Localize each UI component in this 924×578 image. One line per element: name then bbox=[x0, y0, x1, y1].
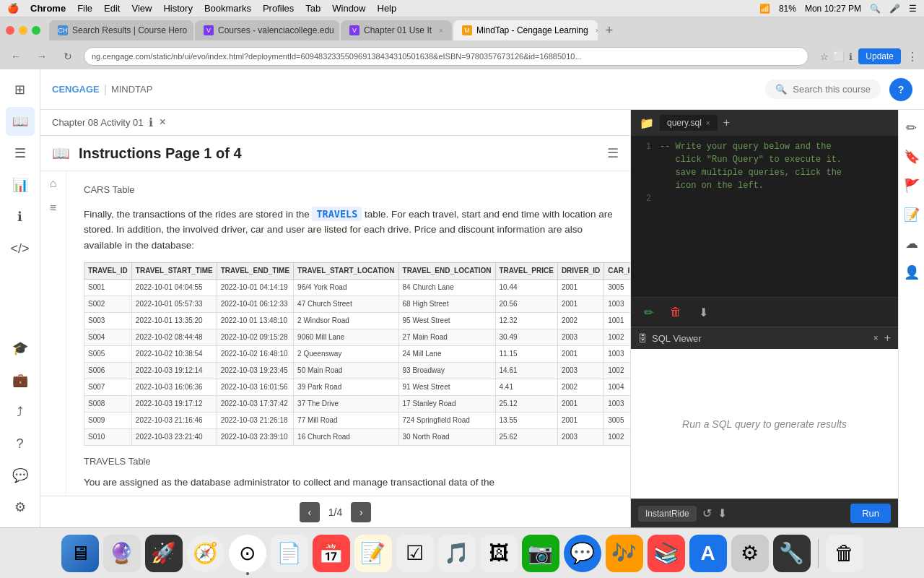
dock-messages[interactable]: 💬 bbox=[564, 535, 601, 572]
siri-icon[interactable]: 🎤 bbox=[889, 4, 900, 14]
menu-tab[interactable]: Tab bbox=[305, 3, 321, 14]
notes-icon[interactable]: 📝 bbox=[899, 202, 924, 227]
url-input[interactable]: ng.cengage.com/static/nb/ui/evo/index.ht… bbox=[84, 47, 808, 66]
instance-name: InstantRide bbox=[638, 506, 697, 522]
sql-tab-query[interactable]: query.sql × bbox=[660, 115, 718, 131]
apple-menu[interactable]: 🍎 bbox=[7, 3, 19, 14]
dock-itunes[interactable]: 🎶 bbox=[606, 535, 643, 572]
menu-window[interactable]: Window bbox=[332, 3, 365, 14]
search-input[interactable]: 🔍 Search this course bbox=[765, 79, 881, 99]
menu-view[interactable]: View bbox=[131, 3, 152, 14]
sidebar-item-help[interactable]: ? bbox=[6, 429, 35, 458]
browser-menu-icon[interactable]: ⋮ bbox=[907, 50, 918, 64]
sidebar-item-briefcase[interactable]: 💼 bbox=[6, 366, 35, 394]
dock-music[interactable]: 🎵 bbox=[438, 535, 476, 572]
table-cell: S007 bbox=[84, 379, 132, 395]
delete-query-button[interactable]: 🗑 bbox=[666, 302, 686, 322]
cloud-icon[interactable]: ☁ bbox=[901, 231, 923, 256]
search-icon[interactable]: 🔍 bbox=[870, 4, 881, 14]
dock-notes[interactable]: 📝 bbox=[354, 535, 392, 572]
dock-finder[interactable]: 🖥 bbox=[61, 535, 99, 572]
extension-icon[interactable]: ⬜ bbox=[833, 51, 845, 62]
close-panel-button[interactable]: × bbox=[159, 116, 165, 129]
sql-viewer-close[interactable]: × bbox=[873, 333, 879, 343]
minimize-window-btn[interactable] bbox=[19, 26, 27, 35]
sql-viewer-add[interactable]: + bbox=[884, 332, 891, 345]
sql-tab-close[interactable]: × bbox=[706, 119, 710, 127]
menu-edit[interactable]: Edit bbox=[104, 3, 120, 14]
person-icon[interactable]: 👤 bbox=[899, 260, 924, 285]
flag-icon[interactable]: 🚩 bbox=[899, 173, 924, 198]
menu-bookmarks[interactable]: Bookmarks bbox=[204, 3, 251, 14]
tab-chapter01[interactable]: V Chapter 01 Use It × bbox=[341, 20, 452, 40]
dock-appstore[interactable]: A bbox=[689, 535, 727, 572]
side-icon-home[interactable]: ⌂ bbox=[50, 177, 57, 190]
calendar-dock-icon: 📅 bbox=[318, 541, 344, 565]
close-window-btn[interactable] bbox=[6, 26, 14, 35]
sidebar-item-chat[interactable]: 💬 bbox=[6, 461, 35, 490]
sidebar-item-graduation[interactable]: 🎓 bbox=[6, 334, 35, 363]
dock-tasks[interactable]: ☑ bbox=[396, 535, 434, 572]
dock-settings[interactable]: ⚙ bbox=[731, 535, 769, 572]
dock-safari[interactable]: 🧭 bbox=[187, 535, 225, 572]
tab-close-mindtap[interactable]: × bbox=[596, 27, 598, 35]
update-button[interactable]: Update bbox=[858, 48, 901, 64]
sidebar-item-list[interactable]: ☰ bbox=[6, 139, 35, 168]
dock-trash[interactable]: 🗑 bbox=[826, 535, 863, 572]
back-button[interactable]: ← bbox=[6, 46, 26, 66]
tab-course-hero[interactable]: CH Search Results | Course Hero × bbox=[49, 20, 193, 40]
download-icon[interactable]: ⬇ bbox=[718, 506, 727, 520]
tab-close-chapter01[interactable]: × bbox=[439, 27, 443, 35]
bookmark-icon-right[interactable]: 🔖 bbox=[899, 144, 924, 169]
dock-chrome[interactable]: ⊙ bbox=[229, 535, 266, 572]
help-button[interactable]: ? bbox=[889, 78, 912, 101]
menu-history[interactable]: History bbox=[163, 3, 192, 14]
bookmark-icon[interactable]: ☆ bbox=[820, 51, 829, 62]
sidebar-item-book[interactable]: 📖 bbox=[6, 107, 35, 136]
tab-valencia[interactable]: V Courses - valenciacollege.edu × bbox=[195, 20, 339, 40]
menu-help[interactable]: Help bbox=[378, 3, 397, 14]
new-tab-button[interactable]: + bbox=[599, 20, 619, 40]
sidebar-item-share[interactable]: ⤴ bbox=[6, 397, 35, 426]
dock-devtools[interactable]: 🔧 bbox=[773, 535, 811, 572]
dock-books[interactable]: 📚 bbox=[648, 535, 685, 572]
book-icon: 📖 bbox=[52, 144, 70, 162]
tab-mindtap[interactable]: M MindTap - Cengage Learning × bbox=[453, 20, 598, 40]
edit-query-button[interactable]: ✏ bbox=[638, 302, 658, 322]
prev-page-button[interactable]: ‹ bbox=[300, 502, 320, 522]
dock-facetime[interactable]: 📷 bbox=[522, 535, 559, 572]
dock-papers[interactable]: 📄 bbox=[271, 535, 308, 572]
sql-tabs: 📁 query.sql × + bbox=[631, 110, 898, 136]
forward-button[interactable]: → bbox=[32, 46, 52, 66]
menu-file[interactable]: File bbox=[77, 3, 92, 14]
menu-chrome[interactable]: Chrome bbox=[30, 3, 66, 14]
table-cell: 2022-10-02 09:15:28 bbox=[217, 329, 293, 345]
dock-calendar[interactable]: 📅 bbox=[313, 535, 350, 572]
download-query-button[interactable]: ⬇ bbox=[693, 302, 713, 322]
menu-extras[interactable]: ☰ bbox=[909, 4, 917, 14]
pencil-icon[interactable]: ✏ bbox=[902, 116, 921, 140]
sidebar-item-code[interactable]: </> bbox=[6, 234, 35, 263]
menu-profiles[interactable]: Profiles bbox=[263, 3, 294, 14]
history-icon[interactable]: ↺ bbox=[702, 506, 712, 520]
itunes-dock-icon: 🎶 bbox=[611, 541, 637, 565]
sidebar-item-settings[interactable]: ⚙ bbox=[6, 493, 35, 522]
menu-icon[interactable]: ☰ bbox=[607, 145, 619, 161]
dock-photos[interactable]: 🖼 bbox=[480, 535, 518, 572]
new-tab-sql-button[interactable]: + bbox=[720, 113, 733, 132]
dock-siri[interactable]: 🔮 bbox=[103, 535, 141, 572]
maximize-window-btn[interactable] bbox=[32, 26, 40, 35]
next-page-button[interactable]: › bbox=[351, 502, 371, 522]
info-button[interactable]: ℹ bbox=[149, 116, 153, 129]
sidebar-item-info[interactable]: ℹ bbox=[6, 202, 35, 231]
sql-editor[interactable]: 1 -- Write your query below and the clic… bbox=[631, 136, 898, 297]
folder-button[interactable]: 📁 bbox=[637, 113, 657, 133]
side-icon-list[interactable]: ≡ bbox=[50, 202, 56, 215]
run-button[interactable]: Run bbox=[850, 504, 891, 523]
sidebar-item-chart[interactable]: 📊 bbox=[6, 171, 35, 199]
sidebar-item-home[interactable]: ⊞ bbox=[6, 75, 35, 104]
dock-launchpad[interactable]: 🚀 bbox=[145, 535, 183, 572]
col-start-time: TRAVEL_START_TIME bbox=[131, 262, 217, 279]
reload-button[interactable]: ↻ bbox=[58, 46, 78, 66]
info-icon[interactable]: ℹ bbox=[849, 51, 853, 62]
